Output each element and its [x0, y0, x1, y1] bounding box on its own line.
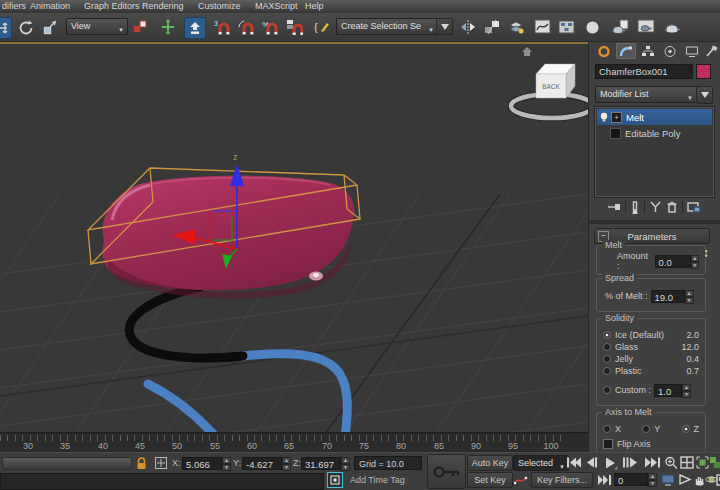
mirror-icon[interactable]: [458, 17, 478, 37]
render-production-icon[interactable]: [662, 17, 682, 37]
y-coord-spinner[interactable]: ▲▼: [282, 457, 291, 470]
solidity-option-plastic[interactable]: Plastic 0.7: [597, 365, 705, 377]
radio-plastic[interactable]: [603, 367, 611, 375]
radio-custom[interactable]: [603, 386, 611, 394]
reference-coordsys-dropdown[interactable]: View: [66, 18, 128, 35]
zoom-extents-icon[interactable]: [696, 455, 709, 470]
menu-maxscript[interactable]: MAXScript: [255, 1, 298, 11]
maximize-viewport-toggle-icon[interactable]: [716, 472, 720, 487]
align-icon[interactable]: [482, 17, 502, 37]
selection-filter-dropdown[interactable]: Selected: [513, 455, 569, 471]
key-filters-button[interactable]: Key Filters...: [531, 472, 593, 488]
set-key-button[interactable]: Set Key: [467, 472, 513, 488]
keyboard-override-toggle-icon[interactable]: [184, 17, 206, 39]
z-coord-spinner[interactable]: ▲▼: [341, 457, 350, 470]
menu-graph-editors[interactable]: Graph Editors: [84, 1, 140, 11]
percent-snap-toggle-icon[interactable]: %: [260, 17, 280, 37]
add-time-tag-label[interactable]: Add Time Tag: [350, 475, 405, 485]
expand-plus-icon[interactable]: +: [611, 112, 622, 123]
select-scale-icon[interactable]: [40, 17, 60, 37]
chamferbox-object[interactable]: [103, 176, 355, 299]
modifier-list-dropdown[interactable]: Modifier List: [595, 86, 697, 103]
zoom-extents-all-icon[interactable]: [709, 455, 720, 470]
expand-box-icon[interactable]: [610, 128, 621, 139]
material-editor-icon[interactable]: [582, 17, 602, 37]
y-coord-field[interactable]: -4.627: [242, 457, 282, 470]
menu-animation[interactable]: Animation: [30, 1, 70, 11]
render-setup-icon[interactable]: [610, 17, 630, 37]
modifier-list-arrow-button[interactable]: [696, 86, 713, 104]
radio-ice[interactable]: [603, 331, 611, 339]
axis-x-option[interactable]: X: [603, 424, 621, 434]
default-tangent-icon[interactable]: [513, 472, 529, 487]
current-frame-spinner[interactable]: ▲▼: [648, 473, 657, 486]
radio-x[interactable]: [603, 425, 611, 433]
menu-help[interactable]: Help: [305, 1, 324, 11]
zoom-all-icon[interactable]: [680, 455, 694, 470]
custom-field[interactable]: 1.0: [654, 384, 682, 397]
solidity-option-custom[interactable]: Custom : 1.0 ▲▼: [597, 383, 705, 397]
remove-modifier-icon[interactable]: [666, 201, 678, 213]
tab-create-icon[interactable]: [594, 43, 614, 59]
custom-spinner[interactable]: ▲▼: [682, 384, 691, 397]
set-keys-button[interactable]: [427, 454, 466, 489]
next-frame-button[interactable]: [621, 455, 639, 470]
z-coord-field[interactable]: 31.697: [301, 457, 341, 470]
lightbulb-icon[interactable]: [598, 111, 610, 123]
layer-manager-icon[interactable]: [506, 17, 526, 37]
pan-view-icon[interactable]: [692, 472, 706, 487]
configure-modifier-sets-icon[interactable]: [687, 201, 701, 213]
zoom-icon[interactable]: [664, 455, 678, 470]
time-slider-channel[interactable]: [2, 457, 132, 470]
axis-y-option[interactable]: Y: [642, 424, 660, 434]
timeline-ruler[interactable]: 30 35 40 45 50 55 60 65 70 75 80 85 90 9…: [0, 432, 588, 452]
use-pivot-center-icon[interactable]: [130, 17, 150, 37]
field-of-view-icon[interactable]: [678, 472, 692, 487]
edit-named-selections-icon[interactable]: {: [312, 17, 332, 37]
amount-spinner[interactable]: ▲▼: [691, 255, 699, 268]
selection-set-arrow-button[interactable]: [436, 18, 453, 35]
tab-motion-icon[interactable]: [660, 43, 680, 59]
tab-display-icon[interactable]: [682, 43, 702, 59]
radio-z[interactable]: [682, 425, 690, 433]
menu-rendering[interactable]: Rendering: [142, 1, 184, 11]
tab-hierarchy-icon[interactable]: [638, 43, 658, 59]
flip-axis-option[interactable]: Flip Axis: [597, 438, 705, 450]
auto-key-button[interactable]: Auto Key: [467, 455, 513, 471]
radio-y[interactable]: [642, 425, 650, 433]
pin-stack-icon[interactable]: [607, 201, 621, 213]
menu-customize[interactable]: Customize: [198, 1, 241, 11]
select-rotate-icon[interactable]: [16, 17, 36, 37]
object-name-field[interactable]: ChamferBox001: [595, 64, 693, 79]
current-frame-field[interactable]: 0: [614, 473, 648, 486]
radio-jelly[interactable]: [603, 355, 611, 363]
rendered-frame-window-icon[interactable]: [636, 17, 656, 37]
spinner-snap-toggle-icon[interactable]: [284, 17, 304, 37]
stack-item-editable-poly[interactable]: Editable Poly: [597, 126, 712, 141]
amount-field[interactable]: 0.0: [655, 255, 691, 268]
viewcube-face-label[interactable]: BACK: [542, 83, 560, 90]
solidity-option-glass[interactable]: Glass 12.0: [597, 341, 705, 353]
go-to-start-button[interactable]: [566, 455, 582, 470]
snaps-toggle-icon[interactable]: 3: [212, 17, 232, 37]
isolate-selection-toggle-icon[interactable]: [327, 472, 343, 488]
curve-editor-icon[interactable]: [532, 17, 552, 37]
schematic-view-icon[interactable]: [556, 17, 576, 37]
tab-utilities-icon[interactable]: [701, 43, 720, 59]
select-move-icon[interactable]: [0, 17, 12, 39]
show-end-result-icon[interactable]: [630, 201, 640, 214]
select-and-manipulate-icon[interactable]: [158, 17, 178, 37]
x-coord-spinner[interactable]: ▲▼: [222, 457, 231, 470]
named-selection-set-dropdown[interactable]: Create Selection Se: [336, 18, 438, 35]
solidity-option-jelly[interactable]: Jelly 0.4: [597, 353, 705, 365]
object-color-swatch[interactable]: [696, 64, 711, 79]
angle-snap-toggle-icon[interactable]: [236, 17, 256, 37]
pct-of-melt-field[interactable]: 19.0: [651, 290, 685, 303]
pct-of-melt-spinner[interactable]: ▲▼: [685, 290, 694, 303]
play-button[interactable]: [602, 455, 619, 470]
solidity-option-ice[interactable]: Ice (Default) 2.0: [597, 329, 705, 341]
radio-glass[interactable]: [603, 343, 611, 351]
time-configuration-icon[interactable]: [660, 472, 676, 487]
absolute-offset-mode-icon[interactable]: [154, 456, 168, 470]
key-mode-toggle-button[interactable]: [596, 472, 612, 487]
